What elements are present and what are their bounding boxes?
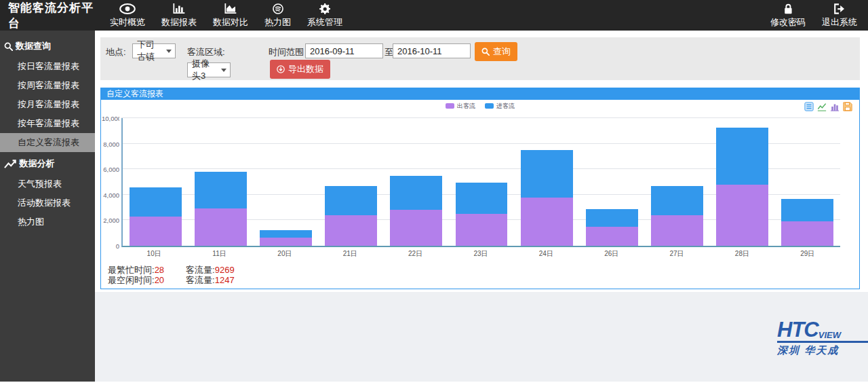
y-tick-label: 4,000: [102, 191, 119, 199]
signout-icon: [833, 3, 846, 14]
sidebar-section-header: 数据查询: [0, 35, 95, 57]
x-tick-label: 10日: [121, 249, 186, 259]
stacked-bar[interactable]: [390, 176, 442, 246]
stacked-bar[interactable]: [586, 209, 638, 246]
export-data-button[interactable]: 导出数据: [270, 60, 330, 79]
stacked-bar[interactable]: [325, 186, 377, 246]
location-select[interactable]: 下司古镇: [132, 43, 176, 58]
bar-segment-进客流: [521, 150, 573, 198]
gear-icon: [319, 3, 330, 14]
stacked-bar[interactable]: [521, 150, 573, 246]
search-icon: [481, 48, 490, 56]
x-tick-label: 22日: [382, 249, 448, 259]
menu-item-数据对比[interactable]: 数据对比: [210, 1, 251, 30]
stacked-bar[interactable]: [260, 230, 312, 246]
bar-cell: [579, 118, 644, 246]
bar-segment-进客流: [586, 209, 638, 227]
chevron-down-icon: [166, 50, 172, 53]
menu-item-退出系统[interactable]: 退出系统: [819, 1, 860, 30]
content-area: 地点: 下司古镇 客流区域: 摄像头3 时间范围 至 查询 导出数据: [95, 31, 868, 382]
x-tick-label: 23日: [448, 249, 513, 259]
x-tick-label: 20日: [252, 249, 317, 259]
menu-item-系统管理[interactable]: 系统管理: [304, 1, 345, 30]
bar-cell: [123, 118, 188, 246]
bar-segment-进客流: [390, 176, 442, 210]
data-view-icon[interactable]: [804, 102, 814, 111]
sidebar: 数据查询按日客流量报表按周客流量报表按月客流量报表按年客流量报表自定义客流报表数…: [0, 31, 95, 382]
bar-segment-出客流: [716, 185, 768, 246]
filter-bar: 地点: 下司古镇 客流区域: 摄像头3 时间范围 至 查询 导出数据: [100, 37, 860, 80]
bar-segment-出客流: [521, 198, 573, 246]
bar-cell: [449, 118, 514, 246]
camera-select[interactable]: 摄像头3: [187, 62, 231, 77]
report-panel: 自定义客流报表 出客流进客流 02,0004,0006,0008,00010,0…: [100, 88, 860, 289]
x-tick-label: 29日: [775, 249, 840, 259]
chevron-down-icon: [221, 69, 226, 72]
sidebar-item[interactable]: 自定义客流报表: [0, 133, 95, 152]
legend-item[interactable]: 出客流: [446, 102, 475, 111]
bar-segment-出客流: [195, 208, 247, 246]
bar-report-icon: [173, 3, 185, 14]
x-tick-label: 27日: [644, 249, 709, 259]
legend-item[interactable]: 进客流: [485, 102, 515, 111]
chart-toolbox: [804, 102, 852, 111]
navbar-right: 修改密码退出系统: [768, 1, 868, 30]
bar-segment-进客流: [260, 230, 312, 238]
stacked-bar-chart: 02,0004,0006,0008,00010,000: [121, 118, 840, 247]
bar-segment-出客流: [325, 215, 377, 246]
menu-item-修改密码[interactable]: 修改密码: [768, 1, 808, 30]
sidebar-item[interactable]: 按年客流量报表: [0, 114, 95, 133]
query-button[interactable]: 查询: [475, 42, 517, 61]
bar-segment-出客流: [456, 214, 508, 246]
y-tick-label: 10,000: [102, 115, 119, 122]
y-tick-label: 0: [102, 242, 119, 250]
bar-segment-进客流: [195, 172, 247, 208]
sidebar-item[interactable]: 按月客流量报表: [0, 95, 95, 114]
sidebar-item[interactable]: 按日客流量报表: [0, 57, 95, 76]
date-to-input[interactable]: [393, 43, 471, 58]
sidebar-item[interactable]: 活动数据报表: [0, 194, 95, 213]
search-icon: [4, 42, 13, 51]
x-tick-label: 24日: [513, 249, 578, 259]
y-tick-label: 2,000: [102, 217, 119, 224]
bar-cell: [710, 118, 775, 246]
x-tick-label: 28日: [709, 249, 774, 259]
stats: 最繁忙时间:28 客流量:9269 最空闲时间:20 客流量: 1247: [101, 265, 859, 285]
bar-chart-icon[interactable]: [830, 102, 840, 111]
date-from-input[interactable]: [305, 43, 383, 58]
bar-segment-出客流: [781, 221, 833, 246]
stacked-bar[interactable]: [716, 128, 768, 246]
bar-cell: [384, 118, 449, 246]
sidebar-item[interactable]: 热力图: [0, 213, 95, 232]
chart-legend: 出客流进客流: [101, 100, 859, 112]
line-chart-icon[interactable]: [817, 102, 827, 111]
bar-segment-进客流: [651, 186, 703, 215]
stacked-bar[interactable]: [456, 183, 508, 246]
x-tick-label: 21日: [317, 249, 382, 259]
bar-cell: [645, 118, 710, 246]
bar-segment-进客流: [325, 186, 377, 215]
stacked-bar[interactable]: [195, 172, 247, 246]
sidebar-item[interactable]: 天气预报表: [0, 174, 95, 194]
region-label: 客流区域:: [187, 46, 225, 58]
bar-cell: [514, 118, 579, 246]
idle-stat-line: 最空闲时间:20 客流量: 1247: [108, 275, 859, 285]
stacked-bar[interactable]: [651, 186, 703, 246]
sidebar-item[interactable]: 按周客流量报表: [0, 76, 95, 95]
bar-segment-出客流: [651, 215, 703, 246]
menu-item-热力图[interactable]: 热力图: [262, 1, 294, 30]
stacked-bar[interactable]: [781, 199, 833, 246]
stacked-bar[interactable]: [130, 187, 182, 246]
save-image-icon[interactable]: [843, 102, 852, 111]
main-menu: 实时概览数据报表数据对比热力图系统管理: [107, 1, 345, 30]
x-tick-label: 26日: [579, 249, 644, 259]
menu-item-实时概览[interactable]: 实时概览: [107, 1, 148, 30]
menu-item-数据报表[interactable]: 数据报表: [159, 1, 199, 30]
heatmap-icon: [273, 3, 283, 14]
bar-segment-出客流: [260, 238, 312, 246]
bar-segment-出客流: [586, 227, 638, 246]
time-range-label: 时间范围: [269, 46, 304, 58]
bar-cell: [319, 118, 384, 246]
bar-segment-进客流: [716, 128, 768, 185]
area-chart-icon: [224, 3, 237, 14]
